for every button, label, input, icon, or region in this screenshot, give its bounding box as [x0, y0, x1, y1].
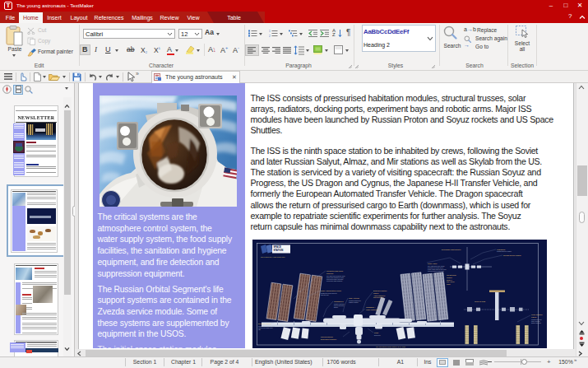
svg-text:ISS External: ISS External [447, 274, 456, 276]
svg-text:Quick Sil Crab: Quick Sil Crab [475, 300, 486, 302]
svg-text:Canadarm +: Canadarm + [366, 306, 376, 308]
svg-text:Mast: Mast [447, 283, 451, 285]
svg-text:Truss Radiator: Truss Radiator [531, 314, 543, 315]
svg-text:SM / MLM: SM / MLM [447, 281, 455, 282]
svg-text:Large Platforms: Large Platforms [366, 309, 378, 310]
svg-text:Node 1: Node 1 [447, 279, 453, 281]
svg-text:Soyuz/Progress: Soyuz/Progress [321, 336, 333, 338]
svg-text:Integrated Main Truss: Integrated Main Truss [326, 270, 343, 272]
svg-text:station: station [334, 306, 338, 308]
svg-text:Spectrometer: Spectrometer [373, 296, 384, 298]
svg-text:lines to the main modules: lines to the main modules [326, 280, 342, 282]
svg-text:station modules: station modules [531, 322, 541, 324]
svg-text:track the sun: track the sun [321, 294, 329, 296]
svg-text:Zvezda Service Module: Zvezda Service Module [503, 254, 522, 256]
svg-text:Module: Module [447, 277, 453, 278]
svg-text:Dock here: Dock here [374, 334, 381, 336]
svg-text:The International Space Statio: The International Space Station | NASA 2… [376, 346, 405, 347]
svg-text:Alpha Magnetic: Alpha Magnetic [373, 295, 385, 296]
svg-text:Structure: Structure [326, 273, 334, 274]
svg-text:Experiment Modules: Experiment Modules [321, 338, 336, 340]
svg-text:Panels: Panels [531, 316, 536, 318]
svg-text:Express Logistics: Express Logistics [373, 290, 387, 291]
svg-text:2: 2 [269, 35, 271, 38]
svg-text:Canada Service Module: Canada Service Module [497, 250, 512, 252]
svg-text:Mission Control: Mission Control [349, 301, 359, 303]
svg-text:Carrier: Carrier [373, 292, 379, 294]
svg-text:1: 1 [269, 30, 271, 33]
svg-text:Extendable mast/canister: Extendable mast/canister [442, 249, 461, 250]
svg-text:STATION: STATION [274, 249, 284, 252]
